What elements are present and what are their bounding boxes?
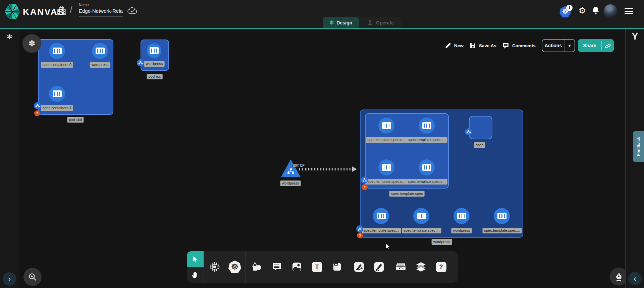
breadcrumb-slash: / bbox=[70, 4, 72, 15]
design-name-label: Name bbox=[79, 3, 123, 7]
layers-icon bbox=[416, 262, 426, 272]
shapes-icon bbox=[251, 262, 262, 272]
sitemap-icon bbox=[139, 61, 143, 65]
drawer-archive-tool[interactable] bbox=[394, 260, 408, 274]
help-tool[interactable]: ? bbox=[434, 260, 448, 274]
cursor-arrow-icon bbox=[191, 255, 199, 263]
sitemap-icon bbox=[36, 104, 40, 107]
pencil-squiggle-icon bbox=[374, 262, 384, 272]
container-node[interactable] bbox=[413, 208, 429, 224]
spec-template-spec-group[interactable] bbox=[365, 113, 449, 189]
freehand-draw-tool[interactable] bbox=[372, 260, 386, 274]
kanvas-logo-icon[interactable] bbox=[5, 4, 20, 19]
relationship-badge[interactable] bbox=[34, 102, 41, 109]
node-label: spec.template.spec.... bbox=[402, 228, 441, 233]
share-split-button[interactable]: Share bbox=[578, 39, 614, 52]
magnifier-plus-icon bbox=[28, 273, 37, 281]
node-label: wordpress bbox=[451, 228, 472, 233]
container-node[interactable] bbox=[453, 208, 470, 224]
expand-panel-button[interactable]: › bbox=[3, 272, 16, 286]
container-node[interactable] bbox=[92, 43, 108, 59]
pen-path-tool[interactable] bbox=[352, 260, 366, 274]
tab-design[interactable]: ✻ Design bbox=[323, 17, 359, 28]
menu-hamburger-icon[interactable] bbox=[625, 8, 633, 14]
pan-hand-tool[interactable] bbox=[187, 267, 204, 283]
kanvas-spiral-icon[interactable]: ✻ bbox=[0, 33, 19, 41]
pen-path-icon bbox=[354, 262, 364, 272]
new-button[interactable]: New bbox=[445, 39, 464, 52]
count-badge[interactable]: 3 bbox=[362, 184, 368, 190]
y-logo-icon[interactable]: Y bbox=[626, 31, 644, 42]
edge-arrowhead-icon bbox=[352, 166, 357, 172]
relationship-badge[interactable] bbox=[137, 59, 144, 66]
relationship-badge[interactable] bbox=[361, 176, 368, 184]
component-tools: ☸ bbox=[204, 251, 246, 283]
node-label: spec.containers.0 bbox=[41, 62, 73, 68]
node-config-flower-icon[interactable]: ✽ bbox=[22, 34, 41, 53]
kubernetes-tool[interactable]: ☸ bbox=[228, 260, 241, 274]
save-as-button[interactable]: Save As bbox=[470, 39, 496, 52]
container-node[interactable] bbox=[378, 118, 394, 134]
count-badge[interactable]: 3 bbox=[357, 232, 363, 238]
service-node[interactable] bbox=[281, 159, 301, 177]
image-tool[interactable] bbox=[290, 260, 304, 274]
group-label: wordpress bbox=[432, 239, 452, 245]
node-label: spec.template.spec.... bbox=[362, 228, 401, 233]
components-tool[interactable] bbox=[208, 260, 221, 274]
text-T-icon: T bbox=[312, 262, 322, 272]
container-node[interactable] bbox=[494, 208, 510, 224]
container-icon bbox=[382, 164, 391, 171]
node-label: wordpress bbox=[144, 61, 165, 67]
relationship-badge[interactable] bbox=[465, 128, 472, 135]
user-avatar[interactable] bbox=[603, 4, 618, 18]
feedback-tab[interactable]: Feedback bbox=[633, 131, 644, 162]
tab-operate[interactable]: Operate bbox=[359, 17, 401, 28]
settings-gear-icon[interactable]: ⚙ bbox=[577, 5, 588, 16]
node-label: spec bbox=[474, 142, 485, 148]
notifications-bell-icon[interactable] bbox=[590, 5, 601, 16]
comment-icon bbox=[272, 262, 282, 272]
node-label: spec.template.spec.s... bbox=[366, 179, 407, 185]
container-node[interactable] bbox=[49, 43, 65, 59]
container-node[interactable] bbox=[419, 159, 435, 175]
text-tool[interactable]: T bbox=[310, 260, 324, 274]
edge-port-label: 80/TCP bbox=[292, 164, 305, 167]
network-edge[interactable] bbox=[299, 168, 354, 170]
container-node[interactable] bbox=[419, 118, 435, 134]
pen-nib-icon bbox=[614, 272, 623, 281]
organization-icon[interactable] bbox=[57, 5, 66, 15]
select-tool[interactable] bbox=[187, 251, 204, 267]
comment-tool[interactable] bbox=[270, 260, 283, 274]
copy-link-icon[interactable] bbox=[602, 42, 614, 49]
container-node[interactable] bbox=[147, 43, 161, 58]
comments-button[interactable]: Comments bbox=[502, 39, 536, 52]
zoom-in-button[interactable] bbox=[23, 268, 42, 286]
kubernetes-helm-icon: ☸ bbox=[228, 261, 241, 273]
group-label: pod-rcc bbox=[147, 74, 163, 79]
actions-label: Actions bbox=[542, 43, 564, 48]
spec-node[interactable] bbox=[469, 116, 492, 139]
layers-tool[interactable] bbox=[414, 260, 428, 274]
k8s-context-switcher[interactable]: ☸ 1 bbox=[559, 5, 574, 18]
annotation-tools: T bbox=[246, 251, 348, 283]
design-name-input[interactable] bbox=[79, 7, 123, 16]
container-node[interactable] bbox=[378, 159, 394, 175]
question-mark-icon: ? bbox=[436, 262, 446, 272]
tab-design-label: Design bbox=[336, 20, 352, 25]
actions-split-button[interactable]: Actions ▾ bbox=[542, 39, 575, 52]
sticky-note-tool[interactable] bbox=[330, 260, 344, 274]
image-icon bbox=[292, 262, 302, 272]
design-canvas[interactable]: New Save As Comments Actions ▾ Share spe… bbox=[0, 29, 644, 288]
container-icon bbox=[382, 122, 391, 129]
container-node[interactable] bbox=[49, 86, 65, 102]
collapse-panel-button[interactable]: ‹ bbox=[628, 272, 642, 285]
design-name-field: Name bbox=[79, 3, 123, 16]
count-badge[interactable]: 2 bbox=[34, 110, 40, 116]
shapes-tool[interactable] bbox=[250, 260, 263, 274]
actions-caret-icon[interactable]: ▾ bbox=[565, 43, 575, 48]
mesh-badge[interactable] bbox=[356, 225, 363, 232]
sitemap-icon bbox=[287, 168, 294, 174]
container-node[interactable] bbox=[373, 208, 389, 224]
pointer-tools bbox=[187, 251, 204, 283]
group-label: pod-skd bbox=[67, 117, 84, 123]
